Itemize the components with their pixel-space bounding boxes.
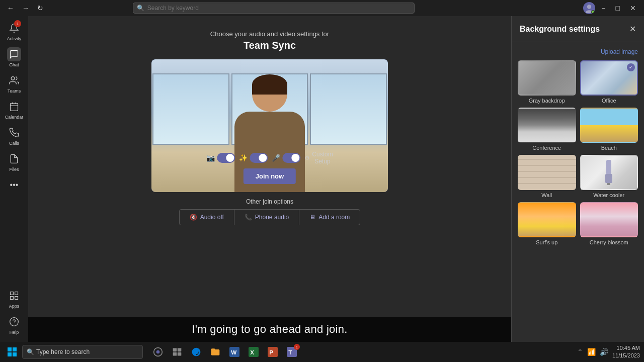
svg-rect-19 (8, 352, 12, 356)
video-camera-icon: 📷 (206, 154, 215, 162)
taskbar-search[interactable]: 🔍 Type here to search (22, 345, 143, 359)
sidebar-item-files[interactable]: Files (0, 149, 28, 175)
join-options-row: 🔇 Audio off 📞 Phone audio 🖥 Add a room (179, 209, 361, 225)
phone-audio-icon: 📞 (245, 214, 252, 221)
close-button[interactable]: ✕ (626, 3, 640, 13)
taskbar-tray: ⌃ 📶 🔊 10:45 AM 11/15/2023 (577, 344, 640, 360)
search-icon: 🔍 (137, 5, 144, 12)
add-room-icon: 🖥 (309, 214, 315, 221)
taskbar: 🔍 Type here to search W X P T 1 ⌃ (0, 342, 644, 362)
bg-panel-body: Upload image Gray backdrop ✓ Office (512, 42, 644, 342)
audio-off-label: Audio off (200, 214, 224, 221)
apps-label: Apps (9, 304, 20, 309)
taskbar-app-teams[interactable]: T 1 (283, 343, 301, 361)
teams-label: Teams (8, 88, 21, 94)
sidebar-bottom: Apps Help (7, 286, 21, 342)
svg-rect-10 (15, 297, 18, 300)
forward-button[interactable]: → (19, 3, 32, 13)
bg-item-watercooler[interactable]: Water cooler (580, 155, 638, 198)
sidebar-item-calendar[interactable]: Calendar (0, 97, 28, 123)
chat-label: Chat (9, 62, 19, 67)
join-now-button[interactable]: Join now (244, 168, 296, 184)
bg-item-wall[interactable]: Wall (518, 155, 576, 198)
sidebar-item-apps[interactable]: Apps (7, 286, 21, 312)
video-toggle-group: 📷 (206, 153, 235, 163)
custom-setup-label: Custom Setup (312, 151, 333, 165)
titlebar-search-area: 🔍 (133, 3, 415, 14)
video-toggle[interactable] (217, 153, 235, 163)
bg-label-surfsup: Surf's up (518, 239, 576, 245)
taskbar-search-label: Type here to search (36, 348, 90, 355)
refresh-button[interactable]: ↻ (34, 3, 46, 13)
bg-thumb-beach (580, 108, 638, 143)
bg-item-office[interactable]: ✓ Office (580, 60, 638, 104)
maximize-button[interactable]: □ (612, 3, 624, 13)
svg-point-22 (156, 350, 160, 354)
phone-audio-button[interactable]: 📞 Phone audio (234, 210, 299, 225)
bg-item-conference[interactable]: Conference (518, 108, 576, 151)
svg-text:T: T (288, 349, 292, 355)
calls-icon-wrap (7, 126, 21, 140)
volume-icon: 🔊 (600, 348, 608, 356)
sidebar-item-activity[interactable]: 1 Activity (0, 18, 28, 44)
svg-rect-24 (178, 348, 182, 352)
taskbar-app-excel[interactable]: X (245, 343, 263, 361)
add-room-button[interactable]: 🖥 Add a room (299, 210, 360, 225)
taskbar-app-edge[interactable] (187, 343, 205, 361)
bg-thumb-gray (518, 60, 576, 96)
titlebar-search-input[interactable] (133, 3, 415, 14)
upload-image-button[interactable]: Upload image (601, 48, 638, 55)
chat-icon-wrap (7, 47, 21, 61)
caption-text: I'm going to go ahead and join. (38, 323, 501, 336)
content-area: Choose your audio and video settings for… (28, 16, 511, 342)
sidebar-item-help[interactable]: Help (7, 312, 21, 338)
bg-settings-panel: Background settings ✕ Upload image Gray … (511, 16, 644, 342)
svg-rect-18 (13, 347, 17, 351)
bg-thumb-wall (518, 155, 576, 190)
network-icon: 📶 (587, 348, 596, 356)
bg-label-cherryblossom: Cherry blossom (580, 239, 638, 245)
blur-icon: ✨ (239, 154, 248, 162)
mic-toggle[interactable] (282, 153, 300, 163)
calendar-icon-wrap (7, 100, 21, 114)
blur-toggle[interactable] (250, 153, 268, 163)
back-button[interactable]: ← (4, 3, 17, 13)
taskbar-app-taskview[interactable] (168, 343, 186, 361)
teams-icon-wrap (7, 73, 21, 87)
bg-thumb-office: ✓ (580, 60, 638, 96)
bg-label-beach: Beach (580, 145, 638, 151)
files-icon-wrap (7, 152, 21, 166)
bg-item-gray[interactable]: Gray backdrop (518, 60, 576, 104)
windows-start-button[interactable] (4, 344, 20, 360)
bg-label-gray: Gray backdrop (518, 98, 576, 104)
custom-setup-button[interactable]: ⚙ Custom Setup (304, 151, 333, 165)
bg-panel-header: Background settings ✕ (512, 16, 644, 42)
bg-label-wall: Wall (518, 192, 576, 198)
close-bg-panel-button[interactable]: ✕ (629, 24, 636, 34)
taskbar-app-word[interactable]: W (225, 343, 244, 361)
upload-area: Upload image (518, 48, 638, 55)
bg-item-beach[interactable]: Beach (580, 108, 638, 151)
minimize-button[interactable]: − (597, 3, 609, 13)
sidebar-item-calls[interactable]: Calls (0, 123, 28, 149)
svg-point-0 (587, 5, 591, 9)
sidebar-item-teams[interactable]: Teams (0, 70, 28, 97)
sidebar-item-chat[interactable]: Chat (0, 44, 28, 70)
mic-toggle-group: 🎤 (272, 153, 300, 163)
sidebar: 1 Activity Chat Teams Calendar Calls (0, 16, 28, 342)
taskbar-app-explorer[interactable] (206, 343, 224, 361)
taskbar-app-cortana[interactable] (149, 343, 167, 361)
titlebar-nav: ← → ↻ (4, 3, 46, 13)
mic-icon: 🎤 (272, 154, 280, 162)
prejoin-subtitle: Choose your audio and video settings for (210, 30, 329, 38)
clock-time: 10:45 AM (612, 344, 640, 352)
taskbar-time[interactable]: 10:45 AM 11/15/2023 (612, 344, 640, 360)
bg-item-cherryblossom[interactable]: Cherry blossom (580, 202, 638, 245)
sidebar-item-more[interactable]: ••• (0, 175, 28, 195)
audio-off-button[interactable]: 🔇 Audio off (180, 210, 234, 225)
svg-rect-3 (11, 103, 18, 111)
audio-off-icon: 🔇 (190, 214, 197, 221)
taskbar-app-powerpoint[interactable]: P (264, 343, 282, 361)
bg-item-surfsup[interactable]: Surf's up (518, 202, 576, 245)
activity-badge: 1 (14, 20, 21, 27)
